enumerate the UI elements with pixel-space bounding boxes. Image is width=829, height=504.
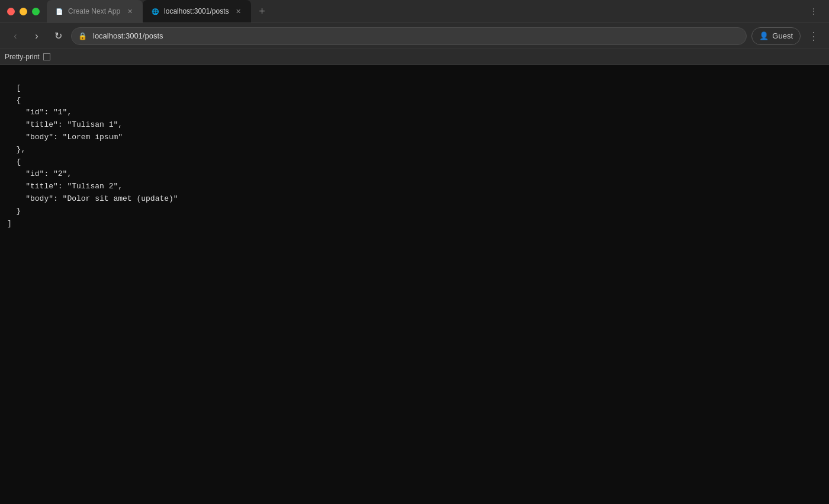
tab-favicon-2: 🌐: [151, 7, 159, 15]
pretty-print-label: Pretty-print: [5, 53, 40, 61]
address-bar-container: 🔒: [71, 27, 747, 45]
pretty-print-bar: Pretty-print: [0, 49, 829, 65]
close-button[interactable]: [7, 8, 15, 15]
tab-localhost-posts[interactable]: 🌐 localhost:3001/posts ✕: [143, 0, 251, 23]
minimize-button[interactable]: [20, 8, 27, 15]
tab-close-1[interactable]: ✕: [125, 7, 134, 16]
guest-icon: 👤: [759, 31, 769, 40]
forward-button[interactable]: ›: [28, 28, 45, 44]
tab-title-2: localhost:3001/posts: [164, 7, 229, 15]
titlebar: 📄 Create Next App ✕ 🌐 localhost:3001/pos…: [0, 0, 829, 23]
json-content-area: [ { "id": "1", "title": "Tulisan 1", "bo…: [0, 65, 829, 504]
tabs-area: 📄 Create Next App ✕ 🌐 localhost:3001/pos…: [47, 0, 805, 23]
pretty-print-checkbox[interactable]: [43, 53, 50, 60]
tab-favicon-1: 📄: [55, 7, 63, 15]
navbar: ‹ › ↻ 🔒 👤 Guest ⋮: [0, 23, 829, 49]
address-bar[interactable]: [71, 27, 747, 45]
new-tab-button[interactable]: +: [253, 3, 270, 20]
maximize-button[interactable]: [32, 8, 40, 15]
tab-expand-button[interactable]: ⋮: [805, 3, 822, 20]
back-button[interactable]: ‹: [7, 28, 24, 44]
guest-label: Guest: [772, 31, 793, 40]
json-text: [ { "id": "1", "title": "Tulisan 1", "bo…: [7, 84, 178, 228]
tab-close-2[interactable]: ✕: [233, 7, 243, 16]
window-controls: [7, 8, 40, 15]
guest-button[interactable]: 👤 Guest: [751, 27, 801, 45]
reload-button[interactable]: ↻: [50, 28, 66, 44]
menu-button[interactable]: ⋮: [805, 28, 822, 44]
tab-title-1: Create Next App: [68, 7, 120, 15]
tab-create-next-app[interactable]: 📄 Create Next App ✕: [47, 0, 143, 23]
